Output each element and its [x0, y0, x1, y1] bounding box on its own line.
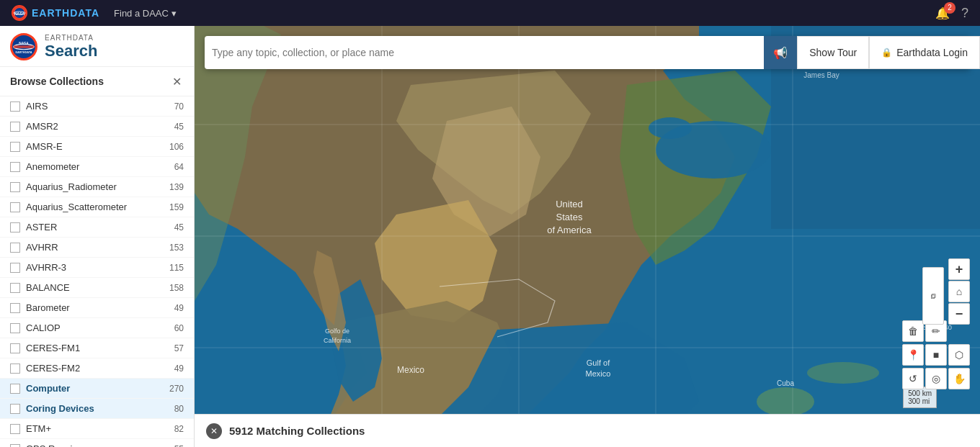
point-tool-button[interactable]: 📍 [902, 344, 924, 366]
list-item[interactable]: CERES-FM157 [0, 338, 194, 358]
list-item-checkbox[interactable] [10, 202, 20, 212]
list-item-label: Computer [26, 383, 164, 394]
list-item[interactable]: GPS Receivers55 [0, 439, 194, 447]
map-area[interactable]: United States of America Mexico Golfo de… [195, 26, 980, 447]
sidebar-list[interactable]: AIRS70AMSR245AMSR-E106Anemometer64Aquari… [0, 96, 194, 447]
map-drawing-controls: 🗑 ✏ 📍 ■ ⬡ ↺ ◎ ✋ [902, 320, 970, 389]
list-item-label: Barometer [26, 302, 169, 313]
undo-button[interactable]: ↺ [902, 368, 924, 389]
list-item-checkbox[interactable] [10, 303, 20, 313]
list-item[interactable]: AIRS70 [0, 96, 194, 117]
svg-text:Golfo de: Golfo de [325, 328, 349, 335]
list-item-checkbox[interactable] [10, 101, 20, 112]
browse-collections-close-button[interactable]: ✕ [169, 74, 184, 89]
list-item-label: BALANCE [26, 282, 164, 293]
list-item-count: 139 [169, 182, 184, 192]
results-count: 5912 Matching Collections [229, 425, 365, 437]
home-button[interactable]: ⌂ [948, 281, 970, 302]
announcement-button[interactable]: 📢 [764, 36, 797, 69]
list-item-checkbox[interactable] [10, 323, 20, 333]
list-item[interactable]: ASTER45 [0, 217, 194, 238]
pan-button[interactable]: ✋ [948, 368, 970, 389]
list-item[interactable]: AMSR245 [0, 117, 194, 137]
zoom-out-button[interactable]: − [948, 303, 970, 325]
list-item-checkbox[interactable] [10, 162, 20, 172]
list-item-label: Coring Devices [26, 403, 169, 414]
polygon-tool-button[interactable]: ⬡ [948, 344, 970, 366]
list-item-count: 115 [169, 263, 184, 273]
search-input[interactable] [212, 47, 827, 58]
results-bar: ✕ 5912 Matching Collections [195, 414, 980, 447]
list-item-checkbox[interactable] [10, 444, 20, 448]
list-item-checkbox[interactable] [10, 263, 20, 273]
results-close-button[interactable]: ✕ [206, 423, 222, 439]
list-item[interactable]: ETM+82 [0, 419, 194, 439]
list-item-label: CALIOP [26, 322, 169, 333]
list-item-checkbox[interactable] [10, 142, 20, 152]
list-item-checkbox[interactable] [10, 343, 20, 353]
delete-shape-button[interactable]: 🗑 [902, 320, 924, 342]
help-icon[interactable]: ? [961, 6, 968, 21]
top-right-buttons: 📢 Show Tour 🔒 Earthdata Login [764, 36, 980, 69]
list-item[interactable]: Anemometer64 [0, 157, 194, 177]
list-item-count: 153 [169, 243, 184, 253]
show-tour-button[interactable]: Show Tour [797, 36, 869, 69]
top-navigation: NASA EARTHDATA Find a DAAC ▾ 🔔 2 ? [0, 0, 980, 26]
list-item-count: 80 [174, 404, 184, 414]
list-item-label: AVHRR [26, 242, 164, 253]
map-svg: United States of America Mexico Golfo de… [195, 26, 980, 447]
list-item-label: Aquarius_Scatterometer [26, 202, 164, 212]
target-view-button[interactable]: ◎ [925, 368, 947, 389]
svg-point-13 [807, 362, 879, 384]
svg-text:California: California [324, 337, 351, 344]
list-item-count: 159 [169, 202, 184, 212]
list-item[interactable]: CALIOP60 [0, 318, 194, 338]
list-item-count: 270 [169, 384, 184, 394]
svg-text:Cuba: Cuba [777, 379, 794, 387]
list-item-checkbox[interactable] [10, 283, 20, 293]
map-container[interactable]: United States of America Mexico Golfo de… [195, 26, 980, 447]
rectangle-tool-button[interactable]: ■ [925, 344, 947, 366]
svg-text:Gulf of: Gulf of [587, 358, 610, 367]
list-item[interactable]: AMSR-E106 [0, 137, 194, 157]
zoom-in-button[interactable]: + [948, 258, 970, 280]
list-item-checkbox[interactable] [10, 424, 20, 434]
list-item-checkbox[interactable] [10, 222, 20, 232]
list-item[interactable]: AVHRR-3115 [0, 258, 194, 278]
list-item-count: 60 [174, 323, 184, 333]
layers-button[interactable]: ⧉ [922, 267, 944, 325]
list-item-checkbox[interactable] [10, 122, 20, 132]
browse-collections-header: Browse Collections ✕ [0, 67, 194, 96]
nasa-circle-icon: NASA [12, 5, 27, 21]
list-item-checkbox[interactable] [10, 404, 20, 414]
list-item-label: CERES-FM2 [26, 363, 169, 374]
list-item[interactable]: Barometer49 [0, 298, 194, 318]
earthdata-login-button[interactable]: 🔒 Earthdata Login [869, 36, 980, 69]
scale-km: 500 km [908, 389, 932, 397]
list-item[interactable]: AVHRR153 [0, 238, 194, 258]
list-item-checkbox[interactable] [10, 384, 20, 394]
list-item[interactable]: Computer270 [0, 379, 194, 399]
list-item[interactable]: BALANCE158 [0, 278, 194, 298]
list-item[interactable]: Aquarius_Scatterometer159 [0, 197, 194, 217]
find-daac-menu[interactable]: Find a DAAC ▾ [114, 8, 177, 19]
list-item-checkbox[interactable] [10, 243, 20, 253]
list-item[interactable]: Coring Devices80 [0, 399, 194, 419]
list-item[interactable]: Aquarius_Radiometer139 [0, 177, 194, 197]
scale-mi: 300 mi [908, 397, 932, 405]
list-item-count: 45 [174, 122, 184, 132]
svg-point-12 [757, 387, 814, 416]
svg-text:of America: of America [547, 225, 592, 235]
svg-rect-6 [14, 45, 34, 48]
top-nav-right: 🔔 2 ? [935, 6, 968, 21]
list-item-count: 49 [174, 364, 184, 374]
list-item[interactable]: CERES-FM249 [0, 358, 194, 379]
list-item-checkbox[interactable] [10, 364, 20, 374]
notification-icon[interactable]: 🔔 2 [935, 6, 950, 20]
list-item-count: 106 [169, 142, 184, 152]
list-item-checkbox[interactable] [10, 182, 20, 192]
map-controls-row2: 📍 ■ ⬡ [902, 344, 970, 366]
sidebar: NASA EARTHDATA EARTHDATA Search Browse C… [0, 26, 195, 447]
svg-text:EARTHDATA: EARTHDATA [16, 51, 32, 54]
main-area: NASA EARTHDATA EARTHDATA Search Browse C… [0, 26, 980, 447]
